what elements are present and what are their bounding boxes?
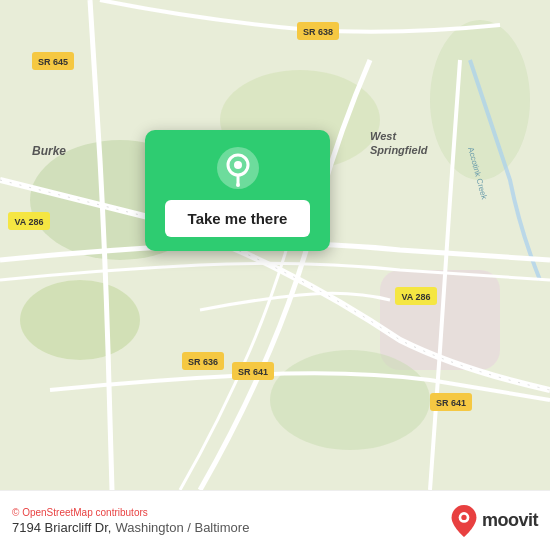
osm-credit: © OpenStreetMap contributors	[12, 507, 249, 518]
svg-point-30	[236, 183, 240, 187]
bottom-bar: © OpenStreetMap contributors 7194 Briarc…	[0, 490, 550, 550]
svg-point-6	[270, 350, 430, 450]
svg-text:SR 641: SR 641	[436, 398, 466, 408]
svg-text:Springfield: Springfield	[370, 144, 428, 156]
svg-point-5	[430, 20, 530, 180]
svg-text:SR 636: SR 636	[188, 357, 218, 367]
moovit-text: moovit	[482, 510, 538, 531]
svg-text:SR 641: SR 641	[238, 367, 268, 377]
svg-point-29	[234, 161, 242, 169]
location-card: Take me there	[145, 130, 330, 251]
svg-text:VA 286: VA 286	[14, 217, 43, 227]
moovit-pin-icon	[450, 505, 478, 537]
svg-text:SR 638: SR 638	[303, 27, 333, 37]
svg-point-32	[461, 514, 466, 519]
address-text: 7194 Briarcliff Dr,	[12, 520, 111, 535]
address-section: © OpenStreetMap contributors 7194 Briarc…	[12, 507, 249, 535]
map-pin-icon	[216, 146, 260, 190]
map-container[interactable]: SR 645 SR 638 VA 286 VA 286 SR 640 SR 64…	[0, 0, 550, 490]
svg-text:SR 645: SR 645	[38, 57, 68, 67]
svg-point-2	[20, 280, 140, 360]
take-me-there-button[interactable]: Take me there	[165, 200, 310, 237]
city-text: Washington / Baltimore	[115, 520, 249, 535]
moovit-logo: moovit	[450, 505, 538, 537]
svg-text:VA 286: VA 286	[401, 292, 430, 302]
svg-text:West: West	[370, 130, 397, 142]
svg-text:Burke: Burke	[32, 144, 66, 158]
